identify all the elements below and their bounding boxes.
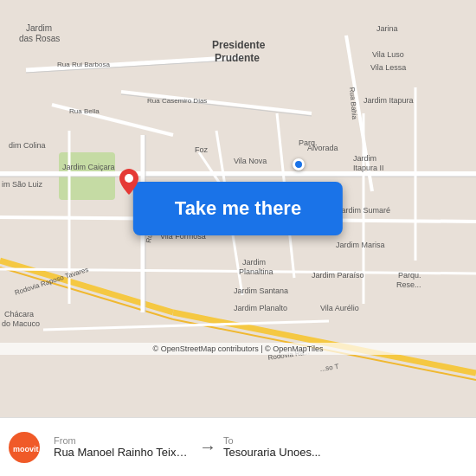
svg-text:do Macuco: do Macuco [2, 319, 40, 328]
svg-text:Foz: Foz [195, 145, 209, 154]
from-value: Rua Manoel Rainho Teixeira, 3... [54, 446, 192, 459]
svg-text:Jardim Santana: Jardim Santana [234, 286, 288, 295]
svg-text:Vila Luso: Vila Luso [372, 50, 404, 59]
moovit-icon: moovit [9, 432, 40, 463]
svg-text:Rese...: Rese... [396, 280, 421, 289]
map-pin [119, 169, 138, 193]
map-container: Jardim das Rosas Presidente Prudente Jar… [0, 0, 476, 417]
svg-text:Chácara: Chácara [4, 310, 34, 318]
to-value: Tesouraria Unoes... [223, 446, 321, 459]
route-to: To Tesouraria Unoes... [223, 435, 321, 459]
destination-marker [293, 158, 305, 170]
svg-text:Prudente: Prudente [215, 52, 260, 64]
svg-text:Alvorada: Alvorada [307, 144, 338, 152]
svg-text:Planaltina: Planaltina [239, 267, 273, 276]
svg-text:moovit: moovit [13, 445, 39, 453]
svg-text:Jardim Planalto: Jardim Planalto [234, 304, 287, 312]
svg-text:Jardim: Jardim [353, 154, 376, 163]
svg-text:Rua Casemiro Dias: Rua Casemiro Dias [147, 97, 207, 105]
svg-text:Vila Aurélio: Vila Aurélio [320, 304, 359, 312]
svg-text:Jardim Caiçara: Jardim Caiçara [62, 163, 115, 171]
route-from: From Rua Manoel Rainho Teixeira, 3... [54, 435, 192, 459]
svg-text:Parqu.: Parqu. [398, 271, 421, 280]
svg-text:im São Luiz: im São Luiz [2, 180, 43, 189]
to-label: To [223, 435, 321, 446]
from-label: From [54, 435, 192, 446]
svg-text:Jardim Marisa: Jardim Marisa [336, 241, 385, 249]
take-me-there-button[interactable]: Take me there [133, 182, 343, 235]
svg-text:Itapura II: Itapura II [353, 164, 384, 172]
moovit-logo: moovit [9, 432, 47, 463]
route-arrow: → [192, 437, 223, 457]
svg-text:Jardim Sumaré: Jardim Sumaré [338, 206, 390, 215]
svg-text:Jardim: Jardim [26, 23, 52, 33]
svg-text:Jardim: Jardim [242, 258, 266, 267]
svg-text:Rua Bella: Rua Bella [69, 107, 100, 115]
svg-text:Jardim Itapura: Jardim Itapura [363, 96, 414, 105]
svg-text:Vila Lessa: Vila Lessa [370, 63, 406, 72]
svg-text:Jarina: Jarina [376, 24, 398, 33]
svg-text:Vila Nova: Vila Nova [234, 157, 267, 165]
svg-text:Rua Rui Barbosa: Rua Rui Barbosa [57, 61, 110, 68]
app: Jardim das Rosas Presidente Prudente Jar… [0, 0, 476, 476]
arrow-icon: → [192, 437, 223, 457]
svg-text:dim Colina: dim Colina [9, 141, 46, 150]
svg-point-66 [125, 174, 133, 183]
map-attribution: © OpenStreetMap contributors | © OpenMap… [0, 343, 476, 355]
bottom-bar: moovit From Rua Manoel Rainho Teixeira, … [0, 417, 476, 476]
svg-text:Presidente: Presidente [212, 39, 266, 51]
svg-text:Jardim Paraíso: Jardim Paraíso [312, 271, 364, 280]
svg-text:das Rosas: das Rosas [19, 34, 60, 43]
